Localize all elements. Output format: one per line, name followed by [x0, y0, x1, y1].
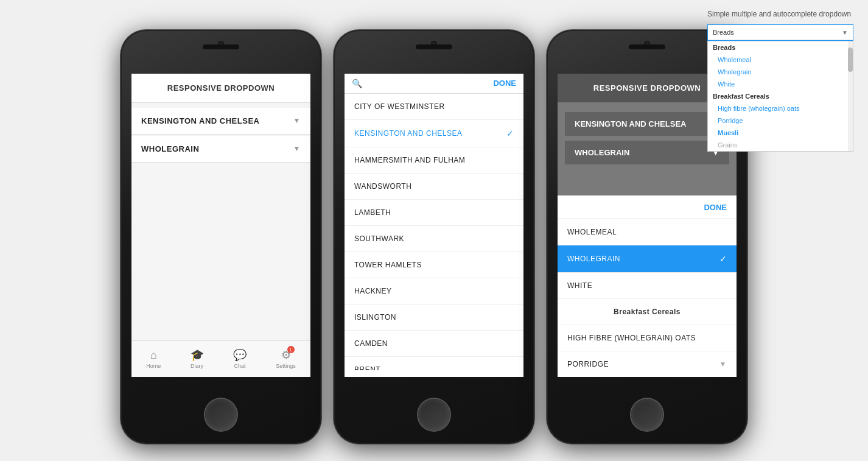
diary-icon: 🎓	[191, 348, 204, 362]
panel-option-muesli[interactable]: Muesli	[708, 127, 853, 139]
autocomplete-select[interactable]: Breads ▼	[707, 24, 853, 41]
list-item[interactable]: CITY OF WESTMINSTER	[345, 94, 523, 120]
bottom-nav-1: ⌂ Home 🎓 Diary 💬 Chat ⚙ 1 Settings	[131, 340, 310, 377]
screen3-bottom-sheet: DONE WHOLEMEAL WHOLEGRAIN ✓ WHITE Breakf…	[558, 195, 737, 377]
settings-icon: ⚙ 1	[281, 348, 291, 362]
list-item-label: KENSINGTON AND CHELSEA	[354, 129, 463, 138]
dropdown1-row[interactable]: KENSINGTON AND CHELSEA ▼	[131, 108, 310, 135]
home-button-3[interactable]	[631, 399, 663, 431]
selected-value: Breads	[713, 29, 842, 36]
screen3-done-bar: DONE	[558, 195, 737, 219]
list-group-header-breakfast: Breakfast Cereals	[558, 299, 737, 325]
home-icon: ⌂	[150, 349, 157, 362]
list-item[interactable]: HAMMERSMITH AND FULHAM	[345, 147, 523, 174]
search-icon: 🔍	[352, 79, 362, 88]
panel-title: Simple multiple and autocomplete dropdow…	[707, 10, 858, 18]
dropdown2-arrow: ▼	[293, 144, 301, 153]
list-item-wholegrain[interactable]: WHOLEGRAIN ✓	[558, 245, 737, 273]
screen3-dropdown2-label: WHOLEGRAIN	[575, 148, 629, 157]
nav-home-label: Home	[146, 363, 161, 369]
done-button-3[interactable]: DONE	[704, 203, 727, 212]
list-item-label: WHOLEMEAL	[567, 228, 617, 236]
dropdown2-row[interactable]: WHOLEGRAIN ▼	[131, 136, 310, 163]
checkmark-icon: ✓	[719, 254, 727, 264]
dropdown-options-panel: Breads Wholemeal Wholegrain White Breakf…	[707, 41, 853, 152]
chat-icon: 💬	[233, 348, 247, 362]
list-item-porridge[interactable]: PORRIDGE ▼	[558, 351, 737, 374]
list-item-label: WHITE	[567, 281, 592, 290]
list-item-label: CAMDEN	[354, 339, 388, 348]
list-item[interactable]: SOUTHWARK	[345, 226, 523, 252]
group-header-label: Breakfast Cereals	[614, 308, 681, 316]
bread-type-list[interactable]: WHOLEMEAL WHOLEGRAIN ✓ WHITE Breakfast C…	[558, 219, 737, 374]
list-item-label: HIGH FIBRE (WHOLEGRAIN) OATS	[567, 334, 696, 342]
list-item-label: SOUTHWARK	[354, 234, 404, 243]
screen1-header: RESPONSIVE DROPDOWN	[131, 74, 310, 103]
panel-option-wholemeal[interactable]: Wholemeal	[708, 54, 853, 66]
phone-2: 🔍 DONE CITY OF WESTMINSTER KENSINGTON AN…	[334, 30, 534, 444]
nav-diary-label: Diary	[191, 363, 203, 369]
nav-settings[interactable]: ⚙ 1 Settings	[276, 348, 296, 369]
list-item-label: PORRIDGE	[567, 360, 609, 368]
panel-group-header-breads: Breads	[708, 41, 853, 54]
list-item-white[interactable]: WHITE	[558, 273, 737, 299]
list-item-label: HAMMERSMITH AND FULHAM	[354, 156, 465, 164]
list-item[interactable]: HACKNEY	[345, 278, 523, 304]
speaker-2	[416, 44, 452, 49]
list-item[interactable]: KENSINGTON AND CHELSEA ✓	[345, 120, 523, 147]
screen-2: 🔍 DONE CITY OF WESTMINSTER KENSINGTON AN…	[345, 74, 523, 377]
list-item[interactable]: BRENT	[345, 357, 523, 370]
list-item-label: ISLINGTON	[354, 313, 396, 322]
panel-scrollthumb	[848, 48, 853, 72]
nav-chat[interactable]: 💬 Chat	[233, 348, 247, 369]
list-item-label: WANDSWORTH	[354, 182, 411, 191]
nav-home[interactable]: ⌂ Home	[146, 349, 161, 369]
panel-option-high-fibre[interactable]: High fibre (wholegrain) oats	[708, 102, 853, 114]
borough-list[interactable]: CITY OF WESTMINSTER KENSINGTON AND CHELS…	[345, 94, 523, 370]
list-item-label: LAMBETH	[354, 208, 391, 217]
speaker-3	[629, 44, 665, 49]
right-panel: Simple multiple and autocomplete dropdow…	[698, 0, 868, 161]
list-item-label: CITY OF WESTMINSTER	[354, 102, 445, 111]
done-button-2[interactable]: DONE	[493, 79, 516, 88]
dropdown1-arrow: ▼	[293, 116, 301, 125]
select-header[interactable]: Breads ▼	[708, 25, 853, 40]
screen-1: RESPONSIVE DROPDOWN KENSINGTON AND CHELS…	[131, 74, 310, 377]
screen3-dropdown1-label: KENSINGTON AND CHELSEA	[575, 119, 686, 128]
panel-option-white[interactable]: White	[708, 78, 853, 90]
panel-option-grains[interactable]: Grains	[708, 139, 853, 151]
list-item-label: TOWER HAMLETS	[354, 261, 422, 269]
list-item-high-fibre[interactable]: HIGH FIBRE (WHOLEGRAIN) OATS	[558, 325, 737, 351]
panel-option-wholegrain[interactable]: Wholegrain	[708, 66, 853, 78]
settings-badge: 1	[287, 346, 295, 353]
list-item-label: BRENT	[354, 365, 380, 370]
list-item-wholemeal[interactable]: WHOLEMEAL	[558, 219, 737, 245]
search-bar: 🔍 DONE	[345, 74, 523, 94]
list-item[interactable]: ISLINGTON	[345, 304, 523, 331]
nav-settings-label: Settings	[276, 363, 296, 369]
phone-1: RESPONSIVE DROPDOWN KENSINGTON AND CHELS…	[121, 30, 321, 444]
panel-scrollbar[interactable]	[848, 41, 853, 151]
panel-list-wrap: Breads Wholemeal Wholegrain White Breakf…	[708, 41, 853, 151]
panel-list-content: Breads Wholemeal Wholegrain White Breakf…	[708, 41, 853, 151]
list-item-label: HACKNEY	[354, 287, 392, 295]
panel-group-header-breakfast: Breakfast Cereals	[708, 90, 853, 102]
dropdown2-label: WHOLEGRAIN	[141, 144, 199, 153]
nav-chat-label: Chat	[234, 363, 245, 369]
panel-option-porridge[interactable]: Porridge	[708, 114, 853, 127]
list-item[interactable]: TOWER HAMLETS	[345, 252, 523, 278]
nav-diary[interactable]: 🎓 Diary	[191, 348, 204, 369]
home-button-2[interactable]	[418, 399, 450, 431]
list-item-label: WHOLEGRAIN	[567, 255, 620, 263]
dropdown1-label: KENSINGTON AND CHELSEA	[141, 116, 259, 125]
list-item[interactable]: WANDSWORTH	[345, 174, 523, 200]
list-item[interactable]: CAMDEN	[345, 331, 523, 357]
list-item[interactable]: LAMBETH	[345, 200, 523, 226]
select-arrow-icon: ▼	[842, 29, 848, 36]
scroll-indicator: ▼	[719, 360, 727, 368]
checkmark-icon: ✓	[506, 128, 514, 138]
speaker-1	[203, 44, 239, 49]
home-button-1[interactable]	[205, 399, 237, 431]
